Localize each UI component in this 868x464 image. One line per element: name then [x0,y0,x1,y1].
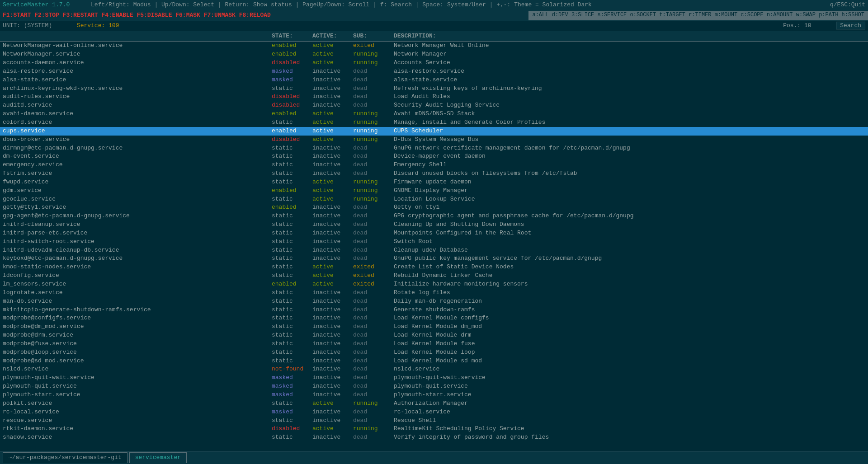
tab-0[interactable]: ~/aur-packages/servicemaster-git [3,452,127,463]
table-row[interactable]: alsa-state.service masked inactive dead … [0,76,868,84]
table-row[interactable]: plymouth-start.service masked inactive d… [0,391,868,399]
service-state: disabled [269,93,310,101]
services-list[interactable]: NetworkManager-wait-online.service enabl… [0,42,868,451]
service-active: inactive [310,365,350,374]
table-row[interactable]: archlinux-keyring-wkd-sync.service stati… [0,84,868,93]
service-active: active [310,280,350,289]
table-row[interactable]: modprobe@drm.service static inactive dea… [0,331,868,340]
service-sub: dead [350,382,391,391]
table-row[interactable]: gdm.service enabled active running GNOME… [0,187,868,195]
table-row[interactable]: rc-local.service masked inactive dead rc… [0,408,868,417]
service-active: inactive [310,323,350,331]
table-row[interactable]: alsa-restore.service masked inactive dea… [0,67,868,76]
service-state: static [269,220,310,229]
table-row[interactable]: modprobe@configfs.service static inactiv… [0,314,868,323]
table-row[interactable]: avahi-daemon.service enabled active runn… [0,110,868,118]
table-row[interactable]: man-db.service static inactive dead Dail… [0,297,868,306]
service-active: active [310,50,350,59]
service-state: static [269,118,310,127]
table-row[interactable]: cups.service enabled active running CUPS… [0,127,868,136]
table-row[interactable]: auditd.service disabled inactive dead Se… [0,101,868,110]
table-row[interactable]: rescue.service static inactive dead Resc… [0,417,868,425]
service-unit: audit-rules.service [0,93,269,101]
table-row[interactable]: modprobe@sd_mod.service static inactive … [0,357,868,366]
col-header-active: ACTIVE: [310,32,350,41]
table-row[interactable]: lm_sensors.service enabled active exited… [0,280,868,289]
service-state: masked [269,391,310,399]
table-row[interactable]: nslcd.service not-found inactive dead ns… [0,365,868,374]
function-bar: F1:START F2:STOP F3:RESTART F4:ENABLE F5… [0,11,528,20]
table-row[interactable]: shadow.service static inactive dead Veri… [0,433,868,442]
table-row[interactable]: kmod-static-nodes.service static active … [0,263,868,272]
service-state: enabled [269,280,310,289]
table-row[interactable]: NetworkManager-wait-online.service enabl… [0,42,868,50]
table-row[interactable]: dbus-broker.service disabled active runn… [0,136,868,144]
table-row[interactable]: NetworkManager.service enabled active ru… [0,50,868,59]
service-unit: rescue.service [0,417,269,425]
table-row[interactable]: fwupd.service static active running Firm… [0,178,868,187]
table-row[interactable]: keyboxd@etc-pacman.d-gnupg.service stati… [0,254,868,263]
table-row[interactable]: colord.service static active running Man… [0,118,868,127]
service-sub: dead [350,212,391,220]
table-row[interactable]: audit-rules.service disabled inactive de… [0,93,868,101]
service-desc: Verify integrity of password and group f… [391,433,868,442]
service-sub: dead [350,246,391,255]
service-sub: running [350,399,391,408]
table-row[interactable]: modprobe@dm_mod.service static inactive … [0,323,868,331]
table-row[interactable]: rtkit-daemon.service disabled active run… [0,425,868,433]
service-active: inactive [310,340,350,348]
service-unit: plymouth-quit.service [0,382,269,391]
service-active: inactive [310,220,350,229]
service-sub: dead [350,374,391,382]
table-row[interactable]: gpg-agent@etc-pacman.d-gnupg.service sta… [0,212,868,220]
service-unit: kmod-static-nodes.service [0,263,269,272]
table-row[interactable]: logrotate.service static inactive dead R… [0,289,868,297]
table-row[interactable]: dirmngr@etc-pacman.d-gnupg.service stati… [0,144,868,153]
table-row[interactable]: initrd-udevadm-cleanup-db.service static… [0,246,868,255]
service-desc: Manage, Install and Generate Color Profi… [391,118,868,127]
service-state: enabled [269,203,310,212]
service-active: inactive [310,169,350,178]
service-desc: Emergency Shell [391,161,868,169]
table-row[interactable]: initrd-switch-root.service static inacti… [0,238,868,246]
search-box[interactable]: Search [836,22,865,29]
table-row[interactable]: initrd-cleanup.service static inactive d… [0,220,868,229]
service-state: static [269,417,310,425]
table-row[interactable]: modprobe@fuse.service static inactive de… [0,340,868,348]
table-row[interactable]: mkinitcpio-generate-shutdown-ramfs.servi… [0,306,868,314]
service-sub: dead [350,340,391,348]
service-unit: modprobe@loop.service [0,348,269,357]
service-unit: NetworkManager.service [0,50,269,59]
table-row[interactable]: plymouth-quit-wait.service masked inacti… [0,374,868,382]
table-row[interactable]: getty@tty1.service enabled inactive dead… [0,203,868,212]
service-active: inactive [310,67,350,76]
table-row[interactable]: plymouth-quit.service masked inactive de… [0,382,868,391]
service-desc: RealtimeKit Scheduling Policy Service [391,425,868,433]
tab-1[interactable]: servicemaster [129,452,187,463]
table-row[interactable]: ldconfig.service static active exited Re… [0,272,868,280]
service-active: inactive [310,101,350,110]
table-row[interactable]: emergency.service static inactive dead E… [0,161,868,169]
service-state: enabled [269,187,310,195]
table-row[interactable]: modprobe@loop.service static inactive de… [0,348,868,357]
service-desc: Load Kernel Module sd_mod [391,357,868,366]
service-active: active [310,127,350,136]
table-row[interactable]: geoclue.service static active running Lo… [0,195,868,204]
service-active: inactive [310,76,350,84]
service-sub: dead [350,101,391,110]
service-state: masked [269,67,310,76]
table-row[interactable]: dm-event.service static inactive dead De… [0,152,868,161]
service-state: static [269,263,310,272]
table-row[interactable]: fstrim.service static inactive dead Disc… [0,169,868,178]
table-row[interactable]: accounts-daemon.service disabled active … [0,59,868,67]
table-row[interactable]: initrd-parse-etc.service static inactive… [0,229,868,238]
service-sub: dead [350,220,391,229]
service-unit: colord.service [0,118,269,127]
table-row[interactable]: polkit.service static active running Aut… [0,399,868,408]
service-state: static [269,152,310,161]
quit-hint: q/ESC:Quit [830,1,865,9]
service-unit: logrotate.service [0,289,269,297]
col-header-desc: DESCRIPTION: [391,32,868,41]
service-desc: Location Lookup Service [391,195,868,204]
service-unit: gdm.service [0,187,269,195]
